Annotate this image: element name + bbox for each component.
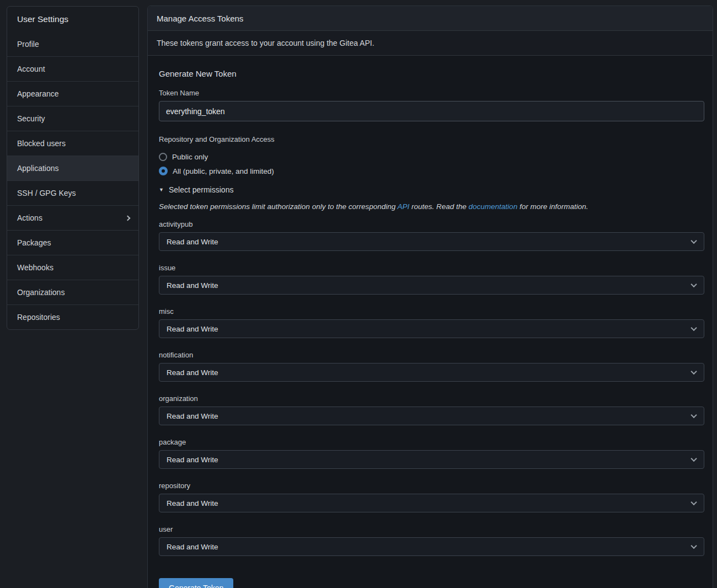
permission-label-issue: issue bbox=[159, 264, 704, 272]
permission-label-organization: organization bbox=[159, 394, 704, 403]
permission-group-organization: organization Read and Write bbox=[159, 394, 704, 425]
permission-label-user: user bbox=[159, 525, 704, 533]
permission-select-issue[interactable]: Read and Write bbox=[159, 276, 704, 295]
sidebar-item-organizations[interactable]: Organizations bbox=[7, 280, 138, 304]
permission-group-misc: misc Read and Write bbox=[159, 307, 704, 338]
permission-select-repository[interactable]: Read and Write bbox=[159, 494, 704, 512]
sidebar-item-repositories[interactable]: Repositories bbox=[7, 304, 138, 329]
radio-button-icon bbox=[159, 153, 167, 161]
chevron-down-icon bbox=[691, 412, 697, 418]
permission-group-repository: repository Read and Write bbox=[159, 482, 704, 512]
panel-header: Manage Access Tokens bbox=[148, 6, 713, 31]
chevron-down-icon bbox=[691, 368, 697, 375]
sidebar-item-security[interactable]: Security bbox=[7, 106, 138, 131]
token-name-input[interactable] bbox=[159, 101, 704, 121]
permission-group-activitypub: activitypub Read and Write bbox=[159, 220, 704, 251]
token-name-label: Token Name bbox=[159, 89, 704, 97]
permission-label-repository: repository bbox=[159, 482, 704, 490]
permission-select-package[interactable]: Read and Write bbox=[159, 450, 704, 469]
chevron-down-icon bbox=[691, 456, 697, 462]
chevron-down-icon bbox=[691, 499, 697, 505]
generate-token-button[interactable]: Generate Token bbox=[159, 578, 233, 588]
permission-label-misc: misc bbox=[159, 307, 704, 316]
sidebar-item-profile[interactable]: Profile bbox=[7, 31, 138, 56]
sidebar-title: User Settings bbox=[7, 7, 138, 31]
documentation-link[interactable]: documentation bbox=[469, 202, 518, 211]
chevron-down-icon bbox=[691, 281, 697, 287]
chevron-down-icon bbox=[691, 543, 697, 549]
sidebar-item-ssh-gpg-keys[interactable]: SSH / GPG Keys bbox=[7, 180, 138, 205]
radio-option-public-only[interactable]: Public only bbox=[159, 149, 704, 164]
permission-select-misc[interactable]: Read and Write bbox=[159, 319, 704, 338]
permission-group-issue: issue Read and Write bbox=[159, 264, 704, 295]
permission-group-notification: notification Read and Write bbox=[159, 351, 704, 382]
sidebar-item-appearance[interactable]: Appearance bbox=[7, 81, 138, 106]
api-link[interactable]: API bbox=[397, 202, 409, 211]
chevron-right-icon bbox=[125, 215, 131, 221]
section-title: Generate New Token bbox=[159, 69, 704, 78]
permission-select-notification[interactable]: Read and Write bbox=[159, 363, 704, 382]
sidebar-item-account[interactable]: Account bbox=[7, 56, 138, 81]
permission-group-package: package Read and Write bbox=[159, 438, 704, 469]
triangle-down-icon: ▼ bbox=[159, 188, 164, 193]
permission-label-activitypub: activitypub bbox=[159, 220, 704, 228]
permission-group-user: user Read and Write bbox=[159, 525, 704, 556]
manage-tokens-panel: Manage Access Tokens These tokens grant … bbox=[147, 6, 713, 588]
settings-sidebar: User Settings Profile Account Appearance… bbox=[7, 6, 139, 330]
chevron-down-icon bbox=[691, 238, 697, 244]
access-scope-label: Repository and Organization Access bbox=[159, 135, 704, 143]
permission-label-package: package bbox=[159, 438, 704, 446]
permission-label-notification: notification bbox=[159, 351, 704, 359]
radio-option-all-public-private-and-limited[interactable]: All (public, private, and limited) bbox=[159, 164, 704, 178]
sidebar-item-webhooks[interactable]: Webhooks bbox=[7, 255, 138, 280]
panel-description: These tokens grant access to your accoun… bbox=[148, 31, 713, 56]
permission-select-organization[interactable]: Read and Write bbox=[159, 407, 704, 425]
chevron-down-icon bbox=[691, 325, 697, 331]
permission-select-activitypub[interactable]: Read and Write bbox=[159, 232, 704, 251]
generate-token-form: Generate New Token Token Name Repository… bbox=[148, 56, 713, 588]
permissions-note: Selected token permissions limit authori… bbox=[159, 202, 704, 211]
select-permissions-toggle[interactable]: ▼ Select permissions bbox=[159, 185, 704, 194]
select-permissions-label: Select permissions bbox=[169, 185, 234, 194]
sidebar-item-blocked-users[interactable]: Blocked users bbox=[7, 131, 138, 156]
sidebar-item-actions[interactable]: Actions bbox=[7, 205, 138, 230]
permission-select-user[interactable]: Read and Write bbox=[159, 537, 704, 556]
sidebar-item-applications[interactable]: Applications bbox=[7, 156, 138, 180]
sidebar-item-packages[interactable]: Packages bbox=[7, 230, 138, 255]
radio-button-icon bbox=[159, 167, 168, 175]
